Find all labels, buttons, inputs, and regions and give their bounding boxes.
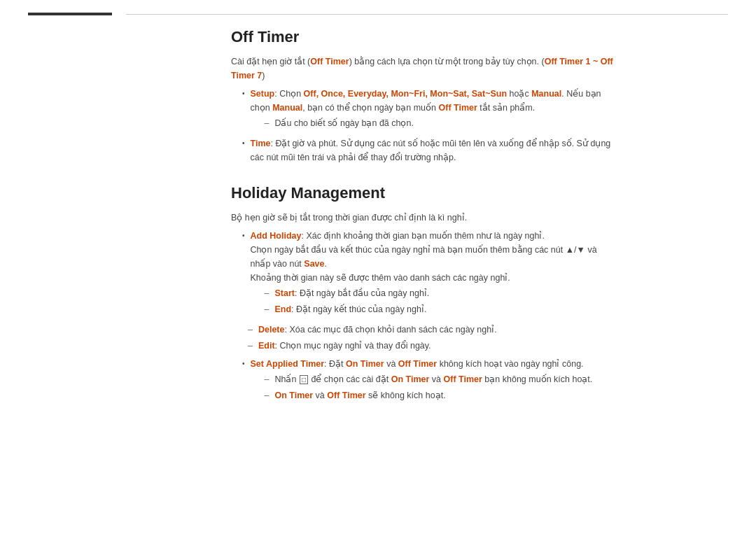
sub-content-edit: Edit: Chọn mục ngày nghỉ và thay đổi ngà…: [258, 339, 616, 353]
on-timer-label2: On Timer: [391, 374, 430, 384]
bullet-dot-1: •: [242, 88, 245, 99]
sub-dash-icon: –: [265, 372, 270, 386]
delete-label: Delete: [258, 325, 285, 335]
holiday-management-intro: Bộ hẹn giờ sẽ bị tắt trong thời gian đượ…: [231, 211, 616, 225]
off-timer-intro: Cài đặt hẹn giờ tắt (Off Timer) bằng các…: [231, 55, 616, 83]
sub-content-1: Dấu cho biết số ngày bạn đã chọn.: [274, 116, 616, 130]
off-timer-label2: Off Timer: [398, 359, 437, 369]
setup-label: Setup: [251, 89, 275, 99]
off-timer-title: Off Timer: [231, 28, 616, 46]
content-area: Off Timer Cài đặt hẹn giờ tắt (Off Timer…: [91, 28, 756, 405]
sub-dash-edit: –: [248, 339, 253, 353]
off-timer-label4: Off Timer: [327, 391, 365, 400]
manual-label1: Manual: [531, 89, 561, 99]
off-timer-label3: Off Timer: [444, 374, 482, 384]
bullet-set-applied-content: Set Applied Timer: Đặt On Timer và Off T…: [251, 357, 616, 405]
sub-dash-end: –: [265, 302, 270, 316]
off-timer-inline: Off Timer: [439, 103, 477, 113]
sub-content-end: End: Đặt ngày kết thúc của ngày nghỉ.: [274, 302, 616, 316]
edit-label: Edit: [258, 341, 275, 351]
sub-press-icon: – Nhấn □ để chọn các cài đặt On Timer và…: [265, 372, 616, 386]
setup-sub1: – Dấu cho biết số ngày bạn đã chọn.: [265, 116, 616, 130]
sub-start: – Start: Đặt ngày bắt đầu của ngày nghỉ.: [265, 286, 616, 300]
on-timer-label3: On Timer: [274, 391, 313, 400]
manual-label2: Manual: [272, 103, 302, 113]
off-timer-section: Off Timer Cài đặt hẹn giờ tắt (Off Timer…: [231, 28, 616, 164]
sub-content-delete: Delete: Xóa các mục đã chọn khỏi danh sá…: [258, 323, 616, 337]
menu-icon: □: [300, 375, 308, 384]
sub-content-icon: Nhấn □ để chọn các cài đặt On Timer và O…: [274, 372, 616, 386]
off-timer-highlight2: Off Timer 1 ~ Off Timer 7: [231, 57, 613, 80]
add-holiday-label: Add Holiday: [251, 231, 302, 241]
top-bar: [0, 0, 756, 15]
bullet-add-holiday: • Add Holiday: Xác định khoảng thời gian…: [242, 229, 616, 318]
sub-edit: – Edit: Chọn mục ngày nghỉ và thay đổi n…: [248, 339, 616, 353]
set-applied-sublist: – Nhấn □ để chọn các cài đặt On Timer và…: [265, 372, 616, 402]
sub-dash-1: –: [265, 116, 270, 130]
sub-dash-delete: –: [248, 323, 253, 337]
bullet-add-holiday-content: Add Holiday: Xác định khoảng thời gian b…: [251, 229, 616, 318]
bullet-dot-2: •: [242, 138, 245, 149]
delete-edit-sublist: – Delete: Xóa các mục đã chọn khỏi danh …: [248, 323, 616, 353]
start-label: Start: [274, 288, 294, 298]
bullet-time: • Time: Đặt giờ và phút. Sử dụng các nút…: [242, 136, 616, 164]
save-label: Save: [304, 259, 324, 269]
setup-sublist: – Dấu cho biết số ngày bạn đã chọn.: [265, 116, 616, 130]
bullet-setup-content: Setup: Chọn Off, Once, Everyday, Mon~Fri…: [251, 87, 616, 132]
sub-end: – End: Đặt ngày kết thúc của ngày nghỉ.: [265, 302, 616, 316]
time-label: Time: [251, 139, 271, 148]
bullet-dot-4: •: [242, 358, 245, 370]
off-timer-bullets: • Setup: Chọn Off, Once, Everyday, Mon~F…: [242, 87, 616, 164]
bullet-setup: • Setup: Chọn Off, Once, Everyday, Mon~F…: [242, 87, 616, 132]
sub-delete: – Delete: Xóa các mục đã chọn khỏi danh …: [248, 323, 616, 337]
page-container: Off Timer Cài đặt hẹn giờ tắt (Off Timer…: [0, 0, 756, 534]
holiday-bullets: • Add Holiday: Xác định khoảng thời gian…: [242, 229, 616, 405]
holiday-management-section: Holiday Management Bộ hẹn giờ sẽ bị tắt …: [231, 184, 616, 405]
top-bar-accent: [28, 13, 112, 15]
bullet-dot-3: •: [242, 230, 245, 241]
holiday-management-title: Holiday Management: [231, 184, 616, 202]
sub-dash-start: –: [265, 286, 270, 300]
sub-content-start: Start: Đặt ngày bắt đầu của ngày nghỉ.: [274, 286, 616, 300]
end-label: End: [274, 304, 291, 314]
on-timer-label1: On Timer: [346, 359, 384, 369]
sub-content-no-activate: On Timer và Off Timer sẽ không kích hoạt…: [274, 388, 616, 402]
off-timer-highlight1: Off Timer: [310, 57, 349, 66]
add-holiday-sublist: – Start: Đặt ngày bắt đầu của ngày nghỉ.…: [265, 286, 616, 316]
top-bar-line: [126, 14, 728, 15]
bullet-time-content: Time: Đặt giờ và phút. Sử dụng các nút s…: [251, 136, 616, 164]
sub-no-activate: – On Timer và Off Timer sẽ không kích ho…: [265, 388, 616, 402]
setup-options: Off, Once, Everyday, Mon~Fri, Mon~Sat, S…: [304, 89, 507, 99]
bullet-set-applied-timer: • Set Applied Timer: Đặt On Timer và Off…: [242, 357, 616, 405]
set-applied-timer-label: Set Applied Timer: [251, 359, 325, 369]
sub-dash-no-activate: –: [265, 388, 270, 402]
